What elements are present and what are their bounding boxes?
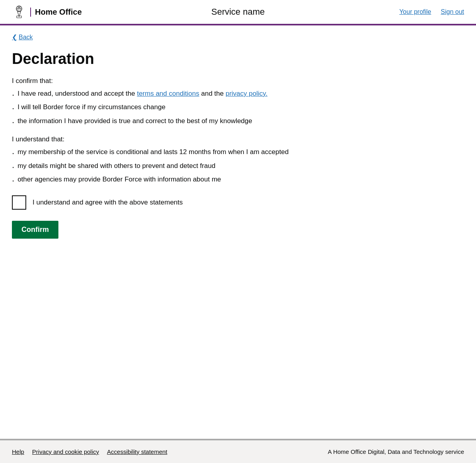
back-chevron-icon: ❮ [12, 33, 17, 41]
agreement-checkbox[interactable] [12, 195, 26, 210]
list-item-text: other agencies may provide Border Force … [17, 176, 221, 186]
list-item: I have read, understood and accept the t… [12, 90, 306, 100]
logo-text: Home Office [30, 8, 82, 17]
list-item-text: I have read, understood and accept the t… [17, 90, 267, 100]
confirm-button[interactable]: Confirm [12, 221, 58, 239]
list-item-text: the information I have provided is true … [17, 117, 252, 127]
understand-intro: I understand that: [12, 135, 306, 143]
page-title: Declaration [12, 50, 306, 68]
privacy-policy-link[interactable]: privacy policy. [226, 90, 268, 97]
accessibility-statement-link[interactable]: Accessibility statement [107, 448, 167, 455]
privacy-cookie-policy-link[interactable]: Privacy and cookie policy [32, 448, 99, 455]
header-nav: Your profile Sign out [313, 8, 464, 15]
list-item: the information I have provided is true … [12, 117, 306, 127]
logo-area: Home Office [12, 5, 163, 19]
list-item: other agencies may provide Border Force … [12, 176, 306, 186]
sign-out-link[interactable]: Sign out [441, 8, 464, 15]
your-profile-link[interactable]: Your profile [399, 8, 431, 15]
footer-links: Help Privacy and cookie policy Accessibi… [12, 448, 167, 455]
list-item-text: I will tell Border force if my circumsta… [17, 103, 165, 114]
page-header: Home Office Service name Your profile Si… [0, 0, 476, 25]
service-name: Service name [163, 7, 313, 17]
understand-list: my membership of the service is conditio… [12, 148, 306, 186]
svg-point-5 [19, 7, 20, 8]
help-link[interactable]: Help [12, 448, 24, 455]
list-item-text: my membership of the service is conditio… [17, 148, 288, 158]
confirm-intro: I confirm that: [12, 77, 306, 85]
agreement-checkbox-group: I understand and agree with the above st… [12, 195, 306, 210]
confirm-section: I confirm that: I have read, understood … [12, 77, 306, 127]
agreement-checkbox-label[interactable]: I understand and agree with the above st… [33, 199, 183, 206]
list-item-text: my details might be shared with others t… [17, 162, 215, 172]
page-footer: Help Privacy and cookie policy Accessibi… [0, 439, 476, 463]
list-item: I will tell Border force if my circumsta… [12, 103, 306, 114]
main-content: ❮ Back Declaration I confirm that: I hav… [0, 25, 318, 439]
home-office-crest-icon [12, 5, 26, 19]
list-item: my membership of the service is conditio… [12, 148, 306, 158]
terms-conditions-link[interactable]: terms and conditions [137, 90, 199, 97]
list-item: my details might be shared with others t… [12, 162, 306, 172]
back-link[interactable]: ❮ Back [12, 33, 33, 41]
back-link-text: Back [19, 34, 33, 41]
footer-info: A Home Office Digital, Data and Technolo… [328, 448, 464, 455]
confirm-list: I have read, understood and accept the t… [12, 90, 306, 127]
understand-section: I understand that: my membership of the … [12, 135, 306, 186]
